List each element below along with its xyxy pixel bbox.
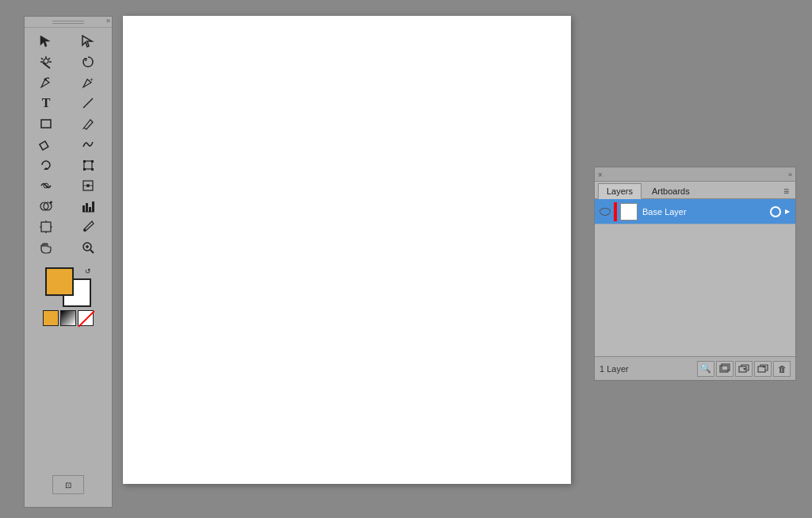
reset-arrows-icon[interactable]: ↺ [85,267,91,275]
svg-line-11 [83,98,93,108]
layer-visibility-toggle[interactable] [598,205,612,219]
screen-mode-area: ⊡ [25,475,112,494]
svg-rect-18 [91,160,94,163]
puppet-warp-tool[interactable] [68,175,108,196]
svg-rect-14 [40,141,48,150]
rectangle-tool[interactable] [26,113,66,134]
magic-wand-tool[interactable] [26,52,66,72]
layers-panel-titlebar: × » [595,167,795,182]
tab-layers[interactable]: Layers [598,183,642,199]
layers-panel: × » Layers Artboards ≡ Base Layer ▶ 1 La… [594,167,796,381]
hand-tool[interactable] [26,237,66,258]
layer-target-circle[interactable] [770,206,781,217]
chart-tool[interactable] [68,196,108,217]
canvas [123,16,571,484]
layers-panel-menu-btn[interactable]: ≡ [780,184,792,198]
svg-line-3 [48,58,50,59]
collect-layer-button[interactable] [735,361,753,377]
line-tool[interactable] [68,93,108,113]
svg-point-39 [84,229,86,232]
eye-icon [599,208,611,216]
layer-name: Base Layer [642,207,767,217]
layer-thumbnail [620,203,638,221]
paintbrush-tool[interactable] [68,217,108,237]
type-tool[interactable]: T [26,93,66,113]
svg-rect-12 [41,120,51,128]
svg-point-8 [44,59,48,63]
svg-rect-30 [86,203,88,212]
svg-rect-20 [91,168,94,171]
artboard-tool[interactable] [26,217,66,237]
layer-expand-arrow[interactable]: ▶ [783,205,792,218]
fill-stroke-swatches: ↺ [45,267,91,307]
svg-point-24 [86,184,90,187]
selection-tool[interactable] [26,31,66,52]
transform-tool[interactable] [68,155,108,175]
color-mode-swatches [43,310,94,326]
layers-list: Base Layer ▶ [595,199,795,356]
svg-line-41 [90,250,94,253]
tab-artboards[interactable]: Artboards [643,183,699,198]
smooth-tool[interactable] [68,134,108,155]
delete-layer-button[interactable]: 🗑 [773,361,791,377]
svg-rect-17 [83,160,86,163]
pen-tool[interactable] [26,72,66,93]
warp-tool[interactable] [26,175,66,196]
svg-line-5 [41,58,43,59]
move-layer-button[interactable] [754,361,772,377]
layer-color-strip [614,202,617,221]
svg-point-9 [44,79,47,81]
toolbar-collapse-btn[interactable]: » [106,17,110,25]
svg-rect-32 [92,201,94,212]
color-mode-color[interactable] [43,310,59,326]
zoom-tool[interactable] [68,237,108,258]
screen-mode-button[interactable]: ⊡ [52,475,84,494]
layers-panel-collapse-btn[interactable]: » [788,171,792,178]
type-icon: T [42,96,51,110]
search-layer-button[interactable]: 🔍 [697,361,714,377]
color-mode-none[interactable] [78,310,94,326]
toolbar-drag-handle[interactable]: » [25,17,112,28]
layers-panel-tabs: Layers Artboards ≡ [595,182,795,199]
svg-rect-48 [758,366,765,372]
rotate-tool[interactable] [26,155,66,175]
direct-selection-tool[interactable] [68,31,108,52]
lasso-tool[interactable] [68,52,108,72]
layer-row[interactable]: Base Layer ▶ [595,199,795,224]
svg-line-13 [82,128,84,129]
anchor-add-tool[interactable]: + [68,72,108,93]
layers-panel-footer: 1 Layer 🔍 🗑 [595,356,795,380]
shape-builder-tool[interactable] [26,196,66,217]
svg-marker-1 [82,36,92,47]
pencil-tool[interactable] [68,113,108,134]
color-mode-gradient[interactable] [60,310,76,326]
color-area: ↺ [25,264,112,329]
fill-color-swatch[interactable] [45,267,74,296]
layers-panel-close-button[interactable]: × [598,171,606,178]
layer-count-label: 1 Layer [599,364,695,374]
svg-rect-31 [89,207,91,212]
eraser-tool[interactable] [26,134,66,155]
toolbar: » [24,16,113,508]
svg-rect-19 [83,168,86,171]
svg-rect-34 [41,222,51,232]
svg-text:+: + [90,76,94,83]
svg-rect-29 [82,205,85,212]
new-layer-button[interactable] [716,361,733,377]
svg-marker-0 [40,36,50,47]
